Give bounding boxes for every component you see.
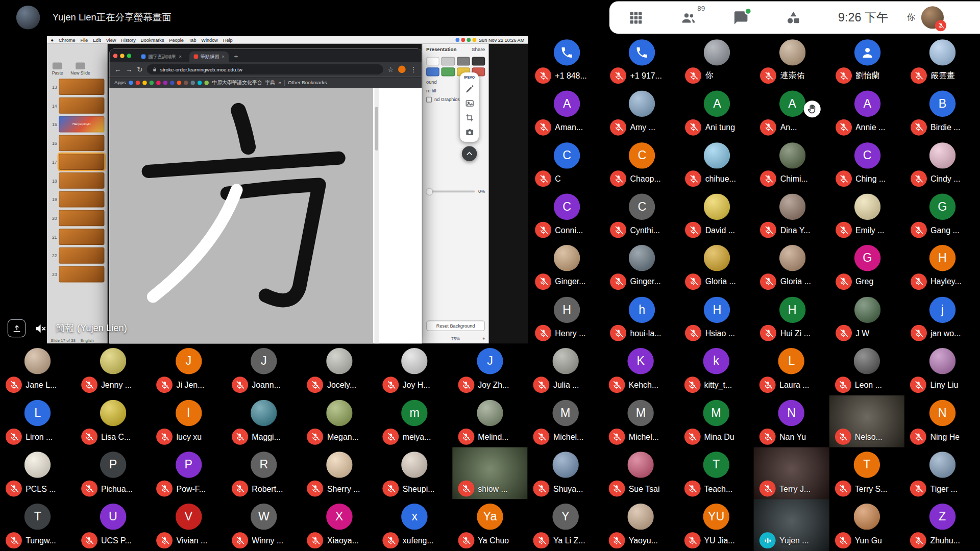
opacity-slider[interactable] (426, 190, 475, 192)
scrollbar-thumb[interactable] (375, 107, 378, 151)
bookmark-favicon[interactable] (163, 81, 168, 85)
bookmark-favicon[interactable] (198, 81, 202, 85)
participant-tile[interactable]: Amy ... (604, 86, 679, 138)
crop-tool-icon[interactable] (464, 113, 474, 122)
color-swatch[interactable] (456, 57, 470, 65)
participant-tile[interactable]: PPow-F... (151, 447, 226, 499)
color-swatch[interactable] (472, 57, 485, 65)
participant-tile[interactable]: mmeiya... (377, 395, 452, 447)
participant-tile[interactable]: JJi Jen... (151, 343, 226, 395)
slide-thumbnail[interactable]: 13 (50, 79, 105, 95)
bookmark-favicon[interactable] (150, 81, 154, 85)
participant-tile[interactable]: Chimi... (755, 138, 830, 189)
participant-tile[interactable]: LLaura ... (754, 343, 829, 395)
participant-tile[interactable]: XXiaoya... (302, 499, 377, 551)
participant-tile[interactable]: jjan wo... (905, 292, 980, 344)
participant-tile[interactable]: CChaop... (604, 138, 679, 189)
participant-tile[interactable]: 你 (679, 35, 754, 87)
participant-tile[interactable]: GGang ... (905, 189, 980, 241)
participant-tile[interactable]: CConni... (529, 189, 604, 241)
zoom-minus[interactable]: – (426, 337, 429, 341)
layout-grid-button[interactable] (628, 9, 645, 26)
menu-item[interactable]: View (106, 37, 116, 43)
status-icon[interactable] (456, 38, 459, 42)
bookmark-favicon[interactable] (170, 81, 175, 85)
slide-thumbnail[interactable]: 16 (50, 135, 105, 151)
participant-tile[interactable]: Melind... (452, 395, 528, 447)
slide-thumbnail[interactable]: 14 (50, 97, 105, 114)
bookmark-favicon[interactable] (129, 81, 134, 85)
participant-tile[interactable]: MMichel... (603, 395, 679, 447)
participant-tile[interactable]: hhoui-la... (604, 292, 679, 344)
participant-tile[interactable]: J W (830, 292, 905, 344)
participant-tile[interactable]: Sherry ... (302, 447, 377, 499)
participant-tile[interactable]: Yun Gu (829, 499, 905, 551)
expand-button[interactable] (8, 319, 26, 338)
color-swatch[interactable] (426, 57, 439, 65)
participant-tile[interactable]: Jane L... (0, 343, 76, 395)
participant-tile[interactable]: AAn... (755, 86, 830, 138)
zoom-window-button[interactable] (127, 54, 132, 58)
camera-tool-icon[interactable] (464, 128, 474, 137)
zoom-level[interactable]: 75% (451, 337, 460, 341)
bookmark-favicon[interactable] (142, 81, 147, 85)
new-slide-button[interactable]: New Slide (70, 62, 90, 74)
participant-tile[interactable]: +1 848... (529, 35, 604, 87)
participant-tile[interactable]: MMina Du (678, 395, 754, 447)
slide-thumbnail[interactable]: 17 (50, 154, 105, 170)
participant-tile[interactable]: CCynthi... (604, 189, 679, 241)
collapse-palette-button[interactable] (462, 146, 477, 161)
participant-tile[interactable]: Cindy ... (905, 138, 980, 189)
participant-tile[interactable]: TTeach... (678, 447, 754, 499)
participant-tile[interactable]: 連崇佑 (755, 35, 830, 87)
participant-tile[interactable]: MMichel... (528, 395, 603, 447)
bookmark-favicon[interactable] (156, 81, 161, 85)
participant-tile[interactable]: BBirdie ... (905, 86, 980, 138)
menu-item[interactable]: Edit (93, 37, 101, 43)
participant-tile[interactable]: David ... (679, 189, 754, 241)
slide-thumbnail[interactable]: 23 (50, 266, 105, 283)
paste-button[interactable]: Paste (52, 62, 63, 74)
slide-thumbnail[interactable]: 15Hanyu pinyin (50, 116, 105, 133)
participant-tile[interactable]: Lisa C... (76, 395, 151, 447)
address-bar[interactable]: stroke-order.learningweb.moe.edu.tw (147, 64, 383, 74)
activities-button[interactable] (786, 9, 802, 26)
new-tab-button[interactable]: + (234, 53, 238, 60)
participant-tile[interactable]: AAni tung (679, 86, 754, 138)
participant-tile[interactable]: HHsiao ... (679, 292, 754, 344)
slide-thumbnail[interactable]: 19 (50, 191, 105, 208)
participant-tile[interactable]: llucy xu (151, 395, 226, 447)
participant-tile[interactable]: Sheupi... (377, 447, 452, 499)
participant-tile[interactable]: Yujen ... (754, 499, 829, 551)
menu-item[interactable]: Chrome (59, 37, 76, 43)
minimize-window-button[interactable] (120, 54, 125, 58)
zoom-plus[interactable]: + (482, 337, 485, 341)
bookmark-favicon[interactable] (191, 81, 195, 85)
chrome-menu-icon[interactable]: ⋮ (410, 66, 416, 72)
participant-tile[interactable]: JJoann... (226, 343, 302, 395)
participant-tile[interactable]: GGreg (830, 241, 905, 292)
participant-tile[interactable]: YUYU Jia... (678, 499, 754, 551)
participant-tile[interactable]: RRobert... (226, 447, 302, 499)
tab-close-icon[interactable]: × (222, 54, 225, 59)
bookmarks-overflow[interactable]: » (278, 80, 281, 86)
participant-tile[interactable]: chihue... (679, 138, 754, 189)
bookmark-favicon[interactable] (177, 81, 182, 85)
apple-menu-icon[interactable]: ● (51, 37, 54, 43)
participant-tile[interactable]: Yaoyu... (603, 499, 679, 551)
participant-tile[interactable]: UUCS P... (76, 499, 151, 551)
participant-tile[interactable]: YaYa Chuo (452, 499, 528, 551)
bookmark-favicon[interactable] (205, 81, 209, 85)
pen-tool-icon[interactable] (464, 84, 474, 93)
participant-tile[interactable]: WWinny ... (226, 499, 302, 551)
image-tool-icon[interactable] (464, 98, 474, 108)
participant-tile[interactable]: Ginger... (604, 241, 679, 292)
slide-thumbnail[interactable]: 22 (50, 247, 105, 264)
color-swatch[interactable] (442, 67, 455, 76)
participant-tile[interactable]: +1 917... (604, 35, 679, 87)
participant-tile[interactable]: JJoy Zh... (452, 343, 528, 395)
menu-item[interactable]: Tab (189, 37, 197, 43)
apps-shortcut[interactable]: Apps (114, 80, 126, 86)
reset-background-button[interactable]: Reset Background (426, 320, 485, 331)
stroke-order-canvas[interactable]: 方 (109, 88, 373, 344)
